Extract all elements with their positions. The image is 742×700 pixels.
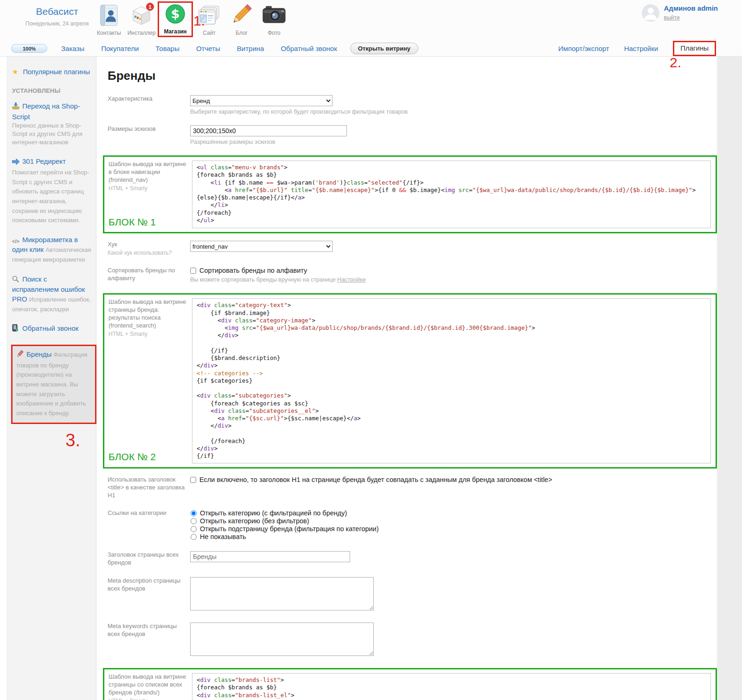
- meta-keywords-textarea[interactable]: [190, 623, 374, 656]
- field-label: Размеры эскизов: [108, 125, 186, 145]
- app-site-label: Сайт: [193, 30, 225, 36]
- field-label: Заголовок страницы всех брендов: [108, 551, 186, 567]
- app-photos[interactable]: Фото: [258, 3, 290, 37]
- field-label: Шаблон вывода на витрине в блоке навигац…: [109, 161, 188, 192]
- sidebar-item-301-redirect[interactable]: 301 Редирект Помогает перейти на Shop-Sc…: [12, 157, 92, 225]
- logout-link[interactable]: выйти: [664, 14, 680, 21]
- field-label: Шаблон вывода на витрине страницы со спи…: [109, 673, 188, 700]
- nav-links: Заказы Покупатели Товары Отчеты Витрина …: [61, 45, 337, 52]
- app-shop[interactable]: $ Магазин: [158, 1, 193, 37]
- header-date: Понедельник, 24 апреля: [22, 20, 92, 27]
- app-contacts[interactable]: Контакты: [93, 3, 125, 37]
- sort-alphabet-checkbox[interactable]: [190, 268, 196, 274]
- plugin-name[interactable]: 301 Редирект: [22, 157, 66, 165]
- field-brands-page-title: Заголовок страницы всех брендов: [108, 551, 717, 567]
- app-installer-label: Инсталлер: [125, 30, 158, 36]
- template-brands-list-editor[interactable]: <div class="brands-list"> {foreach $bran…: [192, 673, 711, 700]
- installed-header: УСТАНОВЛЕНЫ: [12, 87, 90, 94]
- app-photos-label: Фото: [258, 30, 290, 36]
- category-links-option-1-radio[interactable]: [191, 510, 197, 516]
- radio-label: Не показывать: [200, 533, 246, 540]
- nav-orders[interactable]: Заказы: [61, 45, 84, 52]
- brands-page-title-input[interactable]: [190, 551, 350, 562]
- brands-pencil-icon: [16, 350, 25, 360]
- code-brands-list[interactable]: <div class="brands-list"> {foreach $bran…: [197, 676, 706, 700]
- sidebar-item-search-pro[interactable]: Поиск с исправлением ошибок PRO Исправле…: [12, 275, 92, 314]
- logo-block: Вебасист Понедельник, 24 апреля: [22, 6, 92, 27]
- contacts-icon: [99, 20, 119, 28]
- user-name[interactable]: Админов admin: [664, 4, 718, 12]
- nav-right: Импорт/экспорт Настройки Плагины: [558, 41, 742, 56]
- template-frontend-search-editor[interactable]: <div class="category-text"> {if $brand.i…: [192, 298, 711, 463]
- annotated-block-3: Шаблон вывода на витрине страницы со спи…: [103, 668, 717, 700]
- popular-plugins-link[interactable]: Популярные плагины: [23, 68, 90, 76]
- nav-callback[interactable]: Обратный звонок: [281, 45, 337, 52]
- sidebar-item-callback[interactable]: Обратный звонок: [12, 324, 92, 334]
- plugin-desc: Фильтрация товаров по бренду (производит…: [16, 351, 87, 417]
- field-hint: Вы можете сортировать бренды вручную на …: [190, 276, 365, 283]
- sidebar-item-popular-plugins[interactable]: ★ Популярные плагины: [12, 68, 92, 76]
- plugin-name[interactable]: Обратный звонок: [22, 324, 78, 332]
- blog-pencil-icon: [230, 20, 253, 28]
- nav-customers[interactable]: Покупатели: [101, 45, 139, 52]
- field-tech-note: HTML + Smarty: [109, 698, 188, 700]
- app-installer[interactable]: 1 Инсталлер: [125, 3, 158, 37]
- nav-storefront[interactable]: Витрина: [237, 45, 264, 52]
- category-links-option-2-radio[interactable]: [191, 518, 197, 524]
- plugin-name[interactable]: Бренды: [26, 350, 51, 358]
- plugin-desc: Перенос данных в Shop-Script из других C…: [12, 122, 92, 147]
- field-hint: Выберите характеристику, по которой буде…: [190, 109, 408, 115]
- field-meta-keywords: Meta keywords страницы всех брендов: [108, 623, 717, 658]
- checkbox-label: Если включено, то заголовок H1 на страни…: [199, 476, 552, 483]
- hook-select[interactable]: frontend_nav: [190, 241, 333, 252]
- shop-icon: $: [164, 19, 186, 26]
- page-title: Бренды: [108, 69, 717, 83]
- field-category-links: Ссылки на категории Открыть категорию (с…: [108, 509, 717, 541]
- app-logo[interactable]: Вебасист: [22, 6, 92, 17]
- app-blog-label: Блог: [225, 30, 258, 36]
- left-gutter: [0, 57, 6, 700]
- nav-products[interactable]: Товары: [155, 45, 179, 52]
- annotation-block-1-label: БЛОК № 1: [109, 216, 188, 228]
- plugin-name[interactable]: Переход на Shop-Script: [12, 102, 80, 121]
- template-frontend-nav-editor[interactable]: <ul class="menu-v brands"> {foreach $bra…: [192, 161, 711, 228]
- annotation-number-2: 2.: [670, 55, 681, 71]
- use-title-h1-checkbox[interactable]: [190, 477, 196, 483]
- checkbox-label: Сортировать бренды по алфавиту: [199, 267, 307, 274]
- avatar[interactable]: [642, 4, 659, 24]
- field-label: Хук: [108, 241, 117, 248]
- app-blog[interactable]: Блог: [225, 3, 258, 37]
- annotated-block-1: Шаблон вывода на витрине в блоке навигац…: [103, 155, 717, 233]
- installer-icon: [130, 20, 153, 28]
- open-storefront-button[interactable]: Открыть витрину: [350, 43, 418, 54]
- meta-description-textarea[interactable]: [190, 577, 374, 610]
- settings-link[interactable]: Настройки: [337, 276, 365, 283]
- field-thumb-sizes: Размеры эскизов Разрешённые размеры эски…: [108, 125, 717, 145]
- nav-import-export[interactable]: Импорт/экспорт: [558, 45, 609, 52]
- field-sort-alphabet: Сортировать бренды по алфавиту Сортирова…: [108, 267, 717, 283]
- svg-text:$: $: [171, 6, 180, 21]
- characteristic-select[interactable]: Бренд: [190, 95, 333, 106]
- field-meta-description: Meta description страницы всех брендов: [108, 577, 717, 612]
- radio-label: Открыть категорию (с фильтрацией по брен…: [200, 509, 347, 517]
- field-label: Использовать заголовок <title> в качеств…: [108, 476, 186, 500]
- shop-nav: 100% Заказы Покупатели Товары Отчеты Вит…: [0, 41, 742, 57]
- field-tech-note: HTML + Smarty: [109, 331, 188, 338]
- code-frontend-search[interactable]: <div class="category-text"> {if $brand.i…: [197, 302, 706, 460]
- thumb-sizes-input[interactable]: [190, 125, 347, 136]
- nav-settings[interactable]: Настройки: [624, 45, 659, 52]
- category-links-option-4-radio[interactable]: [191, 534, 197, 540]
- plugins-sidebar: ★ Популярные плагины УСТАНОВЛЕНЫ Переход…: [6, 57, 96, 700]
- app-shop-label: Магазин: [159, 28, 192, 35]
- sidebar-item-shopscript-transfer[interactable]: Переход на Shop-Script Перенос данных в …: [12, 102, 92, 147]
- setup-progress-pill[interactable]: 100%: [11, 44, 47, 53]
- sidebar-item-brands[interactable]: Бренды Фильтрация товаров по бренду (про…: [11, 345, 96, 424]
- radio-label: Открыть подстраницу бренда (фильтрация п…: [200, 525, 379, 533]
- code-frontend-nav[interactable]: <ul class="menu-v brands"> {foreach $bra…: [197, 164, 706, 224]
- tab-plugins[interactable]: Плагины: [673, 41, 716, 56]
- nav-reports[interactable]: Отчеты: [196, 45, 220, 52]
- import-box-icon: [12, 103, 20, 112]
- app-contacts-label: Контакты: [93, 30, 125, 36]
- category-links-option-3-radio[interactable]: [191, 526, 197, 532]
- sidebar-item-microdata[interactable]: </>Микроразметка в один клик Автоматичес…: [12, 235, 92, 264]
